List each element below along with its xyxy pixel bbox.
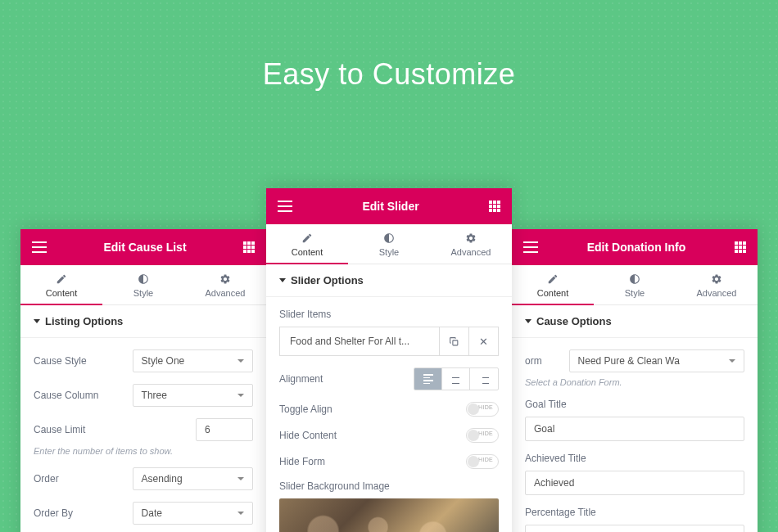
menu-icon[interactable]	[32, 241, 47, 253]
order-by-label: Order By	[34, 507, 133, 519]
align-left-button[interactable]	[414, 368, 442, 390]
select-value: Style One	[142, 355, 185, 367]
toggle-align-label: Toggle Align	[279, 404, 378, 415]
tab-style[interactable]: Style	[348, 224, 430, 264]
input-value: Goal	[534, 423, 554, 435]
contrast-icon	[629, 273, 640, 285]
chevron-down-icon	[237, 394, 244, 397]
tab-advanced[interactable]: Advanced	[430, 224, 512, 264]
achieved-title-label: Achieved Title	[525, 453, 744, 464]
slider-item-title[interactable]: Food and Shelter For All t...	[280, 327, 439, 355]
tab-label: Style	[379, 247, 399, 257]
pencil-icon	[547, 273, 559, 285]
menu-icon[interactable]	[523, 241, 538, 253]
section-body: Slider Items Food and Shelter For All t.…	[266, 297, 512, 532]
toggle-knob	[468, 456, 479, 467]
align-center-icon	[451, 374, 461, 384]
chevron-down-icon	[237, 359, 244, 363]
toggle-label: HIDE	[478, 431, 493, 436]
cause-style-select[interactable]: Style One	[133, 349, 253, 372]
form-select[interactable]: Need Pure & Clean Wa	[569, 349, 744, 372]
tab-advanced[interactable]: Advanced	[676, 265, 758, 304]
cause-column-label: Cause Column	[34, 390, 133, 401]
section-title: Slider Options	[291, 274, 364, 286]
svg-rect-0	[453, 340, 458, 345]
toggle-knob	[468, 404, 479, 415]
panels-container: Edit Cause List Content Style Advanced L…	[0, 188, 778, 532]
goal-title-input[interactable]: Goal	[525, 417, 744, 441]
select-value: Asending	[142, 473, 183, 485]
toggle-align-switch[interactable]: HIDE	[466, 402, 499, 417]
order-select[interactable]: Asending	[133, 467, 253, 490]
goal-title-label: Goal Title	[525, 399, 744, 410]
apps-grid-icon[interactable]	[735, 241, 746, 253]
hide-content-label: Hide Content	[279, 430, 378, 441]
tab-content[interactable]: Content	[266, 224, 348, 264]
background-image-preview[interactable]	[279, 498, 499, 532]
close-button[interactable]: ✕	[468, 327, 498, 355]
chevron-down-icon	[237, 477, 244, 480]
apps-grid-icon[interactable]	[489, 201, 500, 212]
section-body: orm Need Pure & Clean Wa Select a Donati…	[512, 338, 758, 532]
caret-down-icon	[525, 319, 531, 323]
tab-content[interactable]: Content	[20, 265, 102, 304]
gear-icon	[465, 232, 477, 244]
slider-items-label: Slider Items	[279, 309, 499, 320]
tab-content[interactable]: Content	[512, 265, 594, 304]
tab-advanced[interactable]: Advanced	[184, 265, 266, 304]
align-right-button[interactable]	[470, 368, 498, 390]
panel-donation-info: Edit Donation Info Content Style Advance…	[512, 229, 758, 532]
hide-form-switch[interactable]: HIDE	[466, 454, 499, 469]
tab-label: Style	[133, 288, 153, 298]
section-title: Listing Options	[45, 315, 123, 327]
cause-limit-input[interactable]: 6	[196, 418, 253, 441]
gear-icon	[711, 273, 722, 285]
bg-image-label: Slider Background Image	[279, 480, 499, 492]
copy-icon	[449, 336, 459, 347]
chevron-down-icon	[237, 512, 244, 515]
apps-grid-icon[interactable]	[243, 241, 255, 253]
slider-item-box: Food and Shelter For All t... ✕	[279, 327, 499, 356]
hero-title: Easy to Customize	[0, 0, 778, 92]
tab-label: Style	[625, 288, 645, 298]
hide-form-label: Hide Form	[279, 456, 378, 467]
tab-label: Content	[46, 288, 78, 298]
section-header[interactable]: Cause Options	[512, 305, 758, 338]
select-value: Three	[142, 390, 167, 401]
tab-label: Content	[537, 288, 569, 298]
select-value: Need Pure & Clean Wa	[578, 355, 680, 367]
pencil-icon	[301, 232, 313, 244]
panel-header: Edit Slider	[266, 188, 512, 224]
tab-style[interactable]: Style	[102, 265, 184, 304]
align-left-icon	[423, 374, 433, 384]
tab-bar: Content Style Advanced	[512, 265, 758, 305]
panel-title: Edit Cause List	[47, 241, 243, 254]
section-title: Cause Options	[536, 315, 612, 327]
order-by-select[interactable]: Date	[133, 502, 253, 525]
copy-button[interactable]	[439, 327, 468, 355]
align-center-button[interactable]	[442, 368, 470, 390]
percentage-title-input[interactable]: Remaing	[525, 525, 744, 532]
input-value: 6	[205, 424, 210, 435]
form-hint: Select a Donation Form.	[525, 377, 744, 387]
select-value: Date	[142, 507, 162, 519]
align-right-icon	[479, 374, 489, 384]
menu-icon[interactable]	[278, 201, 292, 212]
hide-content-switch[interactable]: HIDE	[466, 428, 499, 443]
section-header[interactable]: Slider Options	[266, 264, 512, 297]
alignment-label: Alignment	[279, 373, 378, 385]
tab-style[interactable]: Style	[594, 265, 676, 304]
contrast-icon	[138, 273, 149, 285]
panel-title: Edit Slider	[292, 200, 489, 213]
contrast-icon	[383, 232, 395, 244]
gear-icon	[219, 273, 231, 285]
form-label: orm	[525, 355, 569, 367]
tab-bar: Content Style Advanced	[266, 224, 512, 264]
tab-label: Advanced	[451, 247, 491, 257]
panel-header: Edit Cause List	[20, 229, 266, 265]
cause-limit-hint: Enter the number of items to show.	[34, 446, 253, 456]
section-header[interactable]: Listing Options	[20, 305, 266, 338]
input-value: Achieved	[534, 477, 574, 489]
cause-column-select[interactable]: Three	[133, 384, 253, 407]
achieved-title-input[interactable]: Achieved	[525, 471, 744, 495]
